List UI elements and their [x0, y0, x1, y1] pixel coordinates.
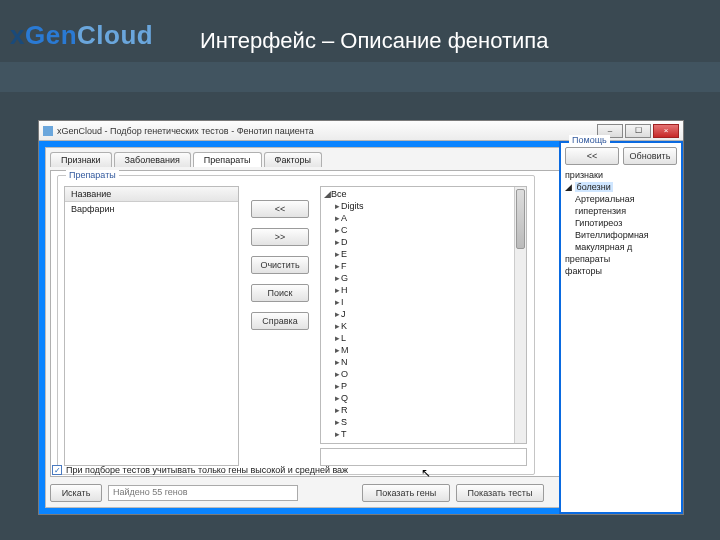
help-refresh-button[interactable]: Обновить — [623, 147, 677, 165]
tree-node[interactable]: ▸E — [323, 248, 524, 260]
importance-checkbox-label: При подборе тестов учитывать только гены… — [66, 465, 348, 475]
tree-node[interactable]: ▸F — [323, 260, 524, 272]
bottom-bar: ✓ При подборе тестов учитывать только ге… — [50, 481, 544, 505]
tree-node[interactable]: ▸L — [323, 332, 524, 344]
cursor-icon: ↖ — [421, 466, 431, 480]
transfer-buttons: << >> Очистить Поиск Справка — [251, 200, 309, 330]
window-maximize-button[interactable]: ☐ — [625, 124, 651, 138]
tree-node[interactable]: ▸Digits — [323, 200, 524, 212]
tab-drugs[interactable]: Препараты — [193, 152, 262, 167]
client-area: Признаки Заболевания Препараты Факторы П… — [39, 141, 683, 514]
tree-scrollbar[interactable] — [514, 187, 526, 443]
tab-diseases[interactable]: Заболевания — [114, 152, 191, 167]
run-search-button[interactable]: Искать — [50, 484, 102, 502]
app-icon — [43, 126, 53, 136]
tree-scroll-thumb[interactable] — [516, 189, 525, 249]
filter-checkbox-row[interactable]: ✓ При подборе тестов учитывать только ге… — [52, 465, 348, 475]
column-header-name: Название — [65, 187, 238, 202]
tree-node[interactable]: ▸C — [323, 224, 524, 236]
window-title: xGenCloud - Подбор генетических тестов -… — [57, 126, 595, 136]
logo-gen: Gen — [25, 20, 77, 50]
selected-drugs-list[interactable]: Название Варфарин — [64, 186, 239, 466]
help-tree-item[interactable]: Гипотиреоз — [565, 217, 677, 229]
tree-node[interactable]: ▸I — [323, 296, 524, 308]
help-title: Помощь — [569, 135, 610, 145]
help-tree[interactable]: признаки◢ болезниАртериальная гипертензи… — [565, 169, 677, 277]
help-tree-item[interactable]: Вителлиформная макулярная д — [565, 229, 677, 253]
list-item[interactable]: Варфарин — [65, 202, 238, 216]
tree-node[interactable]: ▸R — [323, 404, 524, 416]
tree-node[interactable]: ▸M — [323, 344, 524, 356]
tree-node[interactable]: ▸A — [323, 212, 524, 224]
add-button[interactable]: << — [251, 200, 309, 218]
tree-node[interactable]: ▸Q — [323, 392, 524, 404]
tree-node[interactable]: ▸P — [323, 380, 524, 392]
drugs-groupbox: Препараты Название Варфарин << >> Очисти… — [57, 175, 535, 475]
search-button[interactable]: Поиск — [251, 284, 309, 302]
tree-node[interactable]: ▸H — [323, 284, 524, 296]
app-window: xGenCloud - Подбор генетических тестов -… — [38, 120, 684, 515]
slide-title: Интерфейс – Описание фенотипа — [200, 28, 548, 54]
help-tree-item[interactable]: Артериальная гипертензия — [565, 193, 677, 217]
tree-root[interactable]: ◢Все — [323, 188, 524, 200]
tab-factors[interactable]: Факторы — [264, 152, 322, 167]
importance-checkbox[interactable]: ✓ — [52, 465, 62, 475]
help-button[interactable]: Справка — [251, 312, 309, 330]
help-tree-item[interactable]: признаки — [565, 169, 677, 181]
help-tree-item[interactable]: ◢ болезни — [565, 181, 677, 193]
tree-node[interactable]: ▸J — [323, 308, 524, 320]
window-close-button[interactable]: × — [653, 124, 679, 138]
tree-node[interactable]: ▸G — [323, 272, 524, 284]
tree-node[interactable]: ▸T — [323, 428, 524, 440]
tree-node[interactable]: ▸N — [323, 356, 524, 368]
tree-node[interactable]: ▸O — [323, 368, 524, 380]
tree-node[interactable]: ▸K — [323, 320, 524, 332]
show-tests-button[interactable]: Показать тесты — [456, 484, 544, 502]
catalog-tree[interactable]: ◢Все ▸Digits▸A▸C▸D▸E▸F▸G▸H▸I▸J▸K▸L▸M▸N▸O… — [320, 186, 527, 444]
remove-button[interactable]: >> — [251, 228, 309, 246]
help-tree-item[interactable]: факторы — [565, 265, 677, 277]
help-back-button[interactable]: << — [565, 147, 619, 165]
tree-node[interactable]: ▸D — [323, 236, 524, 248]
group-title: Препараты — [66, 170, 119, 180]
clear-button[interactable]: Очистить — [251, 256, 309, 274]
help-pane: Помощь << Обновить признаки◢ болезниАрте… — [559, 141, 683, 514]
logo-cloud: Cloud — [77, 20, 153, 50]
show-genes-button[interactable]: Показать гены — [362, 484, 450, 502]
logo: xGenCloud — [10, 20, 153, 51]
filter-field[interactable] — [320, 448, 527, 466]
tree-node[interactable]: ▸U — [323, 440, 524, 444]
help-tree-item[interactable]: препараты — [565, 253, 677, 265]
logo-x: x — [10, 20, 25, 50]
title-band — [0, 62, 720, 92]
tree-node[interactable]: ▸S — [323, 416, 524, 428]
results-count-field: Найдено 55 генов — [108, 485, 298, 501]
tab-signs[interactable]: Признаки — [50, 152, 112, 167]
